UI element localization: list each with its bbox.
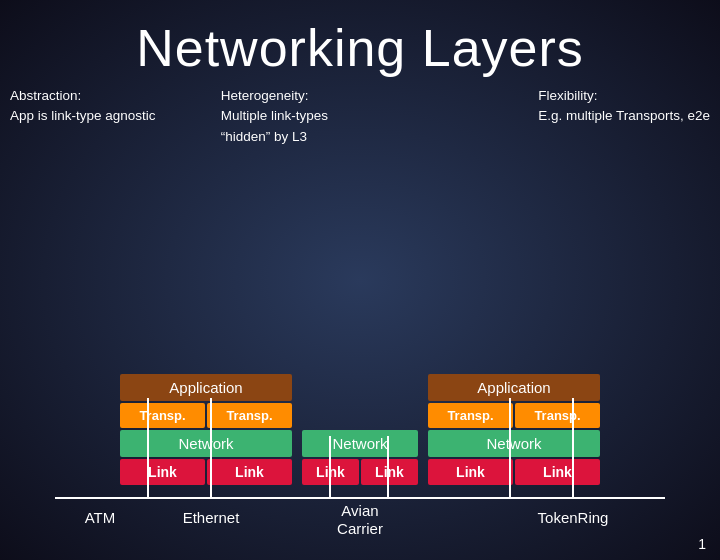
annotation-right: Flexibility: E.g. multiple Transports, e… xyxy=(538,86,710,147)
left-link-row: Link Link xyxy=(120,459,292,485)
left-link2: Link xyxy=(207,459,292,485)
middle-link-row: Link Link xyxy=(302,459,418,485)
annotation-middle-line1: Heterogeneity: xyxy=(221,86,328,106)
svg-text:Avian: Avian xyxy=(341,502,378,519)
annotation-left-line1: Abstraction: xyxy=(10,86,156,106)
left-transport2: Transp. xyxy=(207,403,292,428)
right-app-layer: Application xyxy=(428,374,600,401)
middle-stack-container: Network Link Link xyxy=(302,430,418,485)
right-transport2: Transp. xyxy=(515,403,600,428)
right-link1: Link xyxy=(428,459,513,485)
left-transport-row: Transp. Transp. xyxy=(120,403,292,428)
slide-title: Networking Layers xyxy=(0,0,720,78)
right-stack-container: Application Transp. Transp. Network Link… xyxy=(428,374,600,485)
svg-text:Ethernet: Ethernet xyxy=(183,509,241,526)
annotations: Abstraction: App is link-type agnostic H… xyxy=(0,78,720,147)
middle-network-layer: Network xyxy=(302,430,418,457)
right-stack: Application Transp. Transp. Network Link… xyxy=(428,374,600,485)
annotation-middle-line2: Multiple link-types xyxy=(221,106,328,126)
left-app-layer: Application xyxy=(120,374,292,401)
svg-text:ATM: ATM xyxy=(85,509,116,526)
annotation-middle-line3: “hidden” by L3 xyxy=(221,127,328,147)
annotation-left-line2: App is link-type agnostic xyxy=(10,106,156,126)
annotation-right-line1: Flexibility: xyxy=(538,86,710,106)
page-number: 1 xyxy=(698,536,706,552)
svg-text:Carrier: Carrier xyxy=(337,520,383,537)
right-network-layer: Network xyxy=(428,430,600,457)
right-transport1: Transp. xyxy=(428,403,513,428)
left-network-layer: Network xyxy=(120,430,292,457)
slide: Networking Layers Abstraction: App is li… xyxy=(0,0,720,560)
annotation-left: Abstraction: App is link-type agnostic xyxy=(10,86,156,147)
left-stack: Application Transp. Transp. Network Link… xyxy=(120,374,292,485)
right-link-row: Link Link xyxy=(428,459,600,485)
middle-link1: Link xyxy=(302,459,359,485)
middle-stack: Network Link Link xyxy=(302,430,418,485)
annotation-right-line2: E.g. multiple Transports, e2e xyxy=(538,106,710,126)
left-stack-container: Application Transp. Transp. Network Link… xyxy=(120,374,292,485)
left-link1: Link xyxy=(120,459,205,485)
middle-link2: Link xyxy=(361,459,418,485)
annotation-middle: Heterogeneity: Multiple link-types “hidd… xyxy=(221,86,328,147)
left-transport1: Transp. xyxy=(120,403,205,428)
svg-text:TokenRing: TokenRing xyxy=(538,509,609,526)
right-link2: Link xyxy=(515,459,600,485)
right-transport-row: Transp. Transp. xyxy=(428,403,600,428)
diagram: Application Transp. Transp. Network Link… xyxy=(0,374,720,485)
